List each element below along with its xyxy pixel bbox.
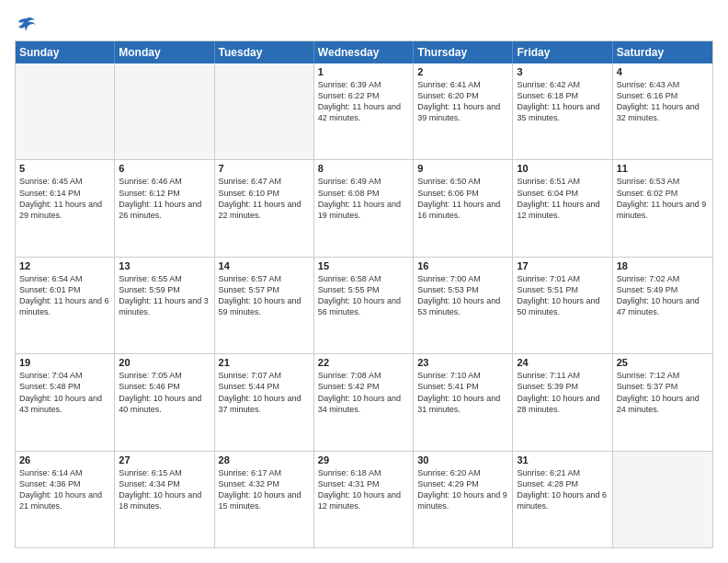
sun-info: Sunrise: 6:17 AM Sunset: 4:32 PM Dayligh… (219, 467, 310, 512)
day-number: 19 (19, 357, 110, 368)
calendar-cell: 7Sunrise: 6:47 AM Sunset: 6:10 PM Daylig… (215, 160, 314, 256)
day-number: 27 (119, 454, 210, 465)
sun-info: Sunrise: 6:50 AM Sunset: 6:06 PM Dayligh… (417, 176, 508, 221)
day-number: 11 (617, 163, 709, 174)
logo-bird-icon (17, 15, 37, 35)
calendar-cell: 10Sunrise: 6:51 AM Sunset: 6:04 PM Dayli… (513, 160, 612, 256)
sun-info: Sunrise: 6:55 AM Sunset: 5:59 PM Dayligh… (119, 273, 210, 318)
day-number: 4 (617, 66, 709, 77)
day-number: 25 (617, 357, 709, 368)
calendar-cell: 14Sunrise: 6:57 AM Sunset: 5:57 PM Dayli… (215, 258, 314, 353)
calendar-cell (613, 452, 712, 547)
calendar-cell: 9Sunrise: 6:50 AM Sunset: 6:06 PM Daylig… (414, 160, 513, 256)
calendar-cell: 20Sunrise: 7:05 AM Sunset: 5:46 PM Dayli… (115, 354, 214, 450)
day-number: 13 (119, 260, 210, 271)
calendar-cell: 25Sunrise: 7:12 AM Sunset: 5:37 PM Dayli… (613, 354, 712, 450)
calendar-cell: 6Sunrise: 6:46 AM Sunset: 6:12 PM Daylig… (115, 160, 214, 256)
sun-info: Sunrise: 7:02 AM Sunset: 5:49 PM Dayligh… (617, 273, 709, 318)
calendar-cell: 2Sunrise: 6:41 AM Sunset: 6:20 PM Daylig… (414, 63, 513, 159)
day-number: 20 (119, 357, 210, 368)
sun-info: Sunrise: 6:42 AM Sunset: 6:18 PM Dayligh… (517, 79, 608, 124)
calendar-cell: 8Sunrise: 6:49 AM Sunset: 6:08 PM Daylig… (314, 160, 414, 256)
header-day-monday: Monday (115, 41, 214, 63)
sun-info: Sunrise: 7:00 AM Sunset: 5:53 PM Dayligh… (417, 273, 508, 318)
page: SundayMondayTuesdayWednesdayThursdayFrid… (0, 0, 728, 563)
day-number: 6 (119, 163, 210, 174)
header-day-wednesday: Wednesday (314, 41, 414, 63)
calendar-cell: 12Sunrise: 6:54 AM Sunset: 6:01 PM Dayli… (16, 258, 115, 353)
day-number: 14 (219, 260, 310, 271)
sun-info: Sunrise: 6:53 AM Sunset: 6:02 PM Dayligh… (617, 176, 709, 221)
calendar-cell: 23Sunrise: 7:10 AM Sunset: 5:41 PM Dayli… (414, 354, 513, 450)
sun-info: Sunrise: 6:41 AM Sunset: 6:20 PM Dayligh… (417, 79, 508, 124)
day-number: 5 (19, 163, 110, 174)
day-number: 10 (517, 163, 608, 174)
day-number: 1 (318, 66, 409, 77)
day-number: 24 (517, 357, 608, 368)
header-day-sunday: Sunday (16, 41, 115, 63)
header-day-friday: Friday (513, 41, 612, 63)
day-number: 12 (19, 260, 110, 271)
sun-info: Sunrise: 7:01 AM Sunset: 5:51 PM Dayligh… (517, 273, 608, 318)
header-day-tuesday: Tuesday (215, 41, 314, 63)
calendar-cell: 5Sunrise: 6:45 AM Sunset: 6:14 PM Daylig… (16, 160, 115, 256)
calendar-cell: 17Sunrise: 7:01 AM Sunset: 5:51 PM Dayli… (513, 258, 612, 353)
calendar-body: 1Sunrise: 6:39 AM Sunset: 6:22 PM Daylig… (16, 63, 712, 547)
sun-info: Sunrise: 6:43 AM Sunset: 6:16 PM Dayligh… (617, 79, 709, 124)
calendar-cell: 31Sunrise: 6:21 AM Sunset: 4:28 PM Dayli… (513, 452, 612, 547)
day-number: 15 (318, 260, 409, 271)
calendar-cell: 27Sunrise: 6:15 AM Sunset: 4:34 PM Dayli… (115, 452, 214, 547)
day-number: 7 (219, 163, 310, 174)
logo (15, 15, 37, 31)
sun-info: Sunrise: 6:57 AM Sunset: 5:57 PM Dayligh… (219, 273, 310, 318)
calendar-cell: 22Sunrise: 7:08 AM Sunset: 5:42 PM Dayli… (314, 354, 414, 450)
sun-info: Sunrise: 6:20 AM Sunset: 4:29 PM Dayligh… (417, 467, 508, 512)
day-number: 2 (417, 66, 508, 77)
day-number: 28 (219, 454, 310, 465)
calendar-cell: 16Sunrise: 7:00 AM Sunset: 5:53 PM Dayli… (414, 258, 513, 353)
calendar-week-2: 5Sunrise: 6:45 AM Sunset: 6:14 PM Daylig… (16, 160, 712, 257)
day-number: 21 (219, 357, 310, 368)
header (15, 15, 713, 31)
calendar-cell: 11Sunrise: 6:53 AM Sunset: 6:02 PM Dayli… (613, 160, 712, 256)
calendar-cell: 4Sunrise: 6:43 AM Sunset: 6:16 PM Daylig… (613, 63, 712, 159)
sun-info: Sunrise: 7:12 AM Sunset: 5:37 PM Dayligh… (617, 370, 709, 415)
sun-info: Sunrise: 6:51 AM Sunset: 6:04 PM Dayligh… (517, 176, 608, 221)
sun-info: Sunrise: 7:04 AM Sunset: 5:48 PM Dayligh… (19, 370, 110, 415)
sun-info: Sunrise: 7:05 AM Sunset: 5:46 PM Dayligh… (119, 370, 210, 415)
calendar-week-1: 1Sunrise: 6:39 AM Sunset: 6:22 PM Daylig… (16, 63, 712, 160)
calendar-cell: 28Sunrise: 6:17 AM Sunset: 4:32 PM Dayli… (215, 452, 314, 547)
sun-info: Sunrise: 6:45 AM Sunset: 6:14 PM Dayligh… (19, 176, 110, 221)
sun-info: Sunrise: 7:11 AM Sunset: 5:39 PM Dayligh… (517, 370, 608, 415)
day-number: 29 (318, 454, 409, 465)
sun-info: Sunrise: 6:21 AM Sunset: 4:28 PM Dayligh… (517, 467, 608, 512)
sun-info: Sunrise: 6:14 AM Sunset: 4:36 PM Dayligh… (19, 467, 110, 512)
calendar-header: SundayMondayTuesdayWednesdayThursdayFrid… (16, 41, 712, 63)
calendar-cell: 3Sunrise: 6:42 AM Sunset: 6:18 PM Daylig… (513, 63, 612, 159)
calendar-cell: 18Sunrise: 7:02 AM Sunset: 5:49 PM Dayli… (613, 258, 712, 353)
calendar-week-4: 19Sunrise: 7:04 AM Sunset: 5:48 PM Dayli… (16, 354, 712, 451)
day-number: 9 (417, 163, 508, 174)
calendar-cell: 29Sunrise: 6:18 AM Sunset: 4:31 PM Dayli… (314, 452, 414, 547)
calendar-cell (16, 63, 115, 159)
sun-info: Sunrise: 6:39 AM Sunset: 6:22 PM Dayligh… (318, 79, 409, 124)
sun-info: Sunrise: 7:07 AM Sunset: 5:44 PM Dayligh… (219, 370, 310, 415)
sun-info: Sunrise: 6:58 AM Sunset: 5:55 PM Dayligh… (318, 273, 409, 318)
calendar-cell: 30Sunrise: 6:20 AM Sunset: 4:29 PM Dayli… (414, 452, 513, 547)
sun-info: Sunrise: 6:46 AM Sunset: 6:12 PM Dayligh… (119, 176, 210, 221)
day-number: 18 (617, 260, 709, 271)
calendar-week-3: 12Sunrise: 6:54 AM Sunset: 6:01 PM Dayli… (16, 258, 712, 354)
calendar-cell (115, 63, 214, 159)
calendar-cell: 13Sunrise: 6:55 AM Sunset: 5:59 PM Dayli… (115, 258, 214, 353)
calendar-cell: 21Sunrise: 7:07 AM Sunset: 5:44 PM Dayli… (215, 354, 314, 450)
calendar-cell: 19Sunrise: 7:04 AM Sunset: 5:48 PM Dayli… (16, 354, 115, 450)
calendar-cell: 26Sunrise: 6:14 AM Sunset: 4:36 PM Dayli… (16, 452, 115, 547)
calendar-cell: 24Sunrise: 7:11 AM Sunset: 5:39 PM Dayli… (513, 354, 612, 450)
sun-info: Sunrise: 7:08 AM Sunset: 5:42 PM Dayligh… (318, 370, 409, 415)
calendar-cell: 15Sunrise: 6:58 AM Sunset: 5:55 PM Dayli… (314, 258, 414, 353)
sun-info: Sunrise: 6:49 AM Sunset: 6:08 PM Dayligh… (318, 176, 409, 221)
sun-info: Sunrise: 7:10 AM Sunset: 5:41 PM Dayligh… (417, 370, 508, 415)
day-number: 17 (517, 260, 608, 271)
calendar-cell: 1Sunrise: 6:39 AM Sunset: 6:22 PM Daylig… (314, 63, 414, 159)
day-number: 8 (318, 163, 409, 174)
